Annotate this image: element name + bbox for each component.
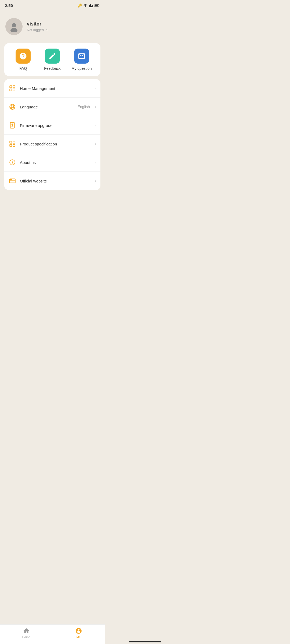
- firmware-upgrade-text: Firmware upgrade: [20, 123, 91, 128]
- quick-actions-card: FAQ Feedback My question: [4, 43, 100, 76]
- menu-item-firmware-upgrade[interactable]: Firmware upgrade ›: [4, 116, 100, 135]
- svg-point-9: [11, 104, 14, 109]
- my-question-icon: [78, 52, 86, 60]
- product-specification-text: Product specification: [20, 142, 91, 146]
- status-time: 2:50: [5, 3, 13, 8]
- svg-point-8: [10, 104, 15, 109]
- svg-rect-16: [10, 144, 12, 147]
- svg-point-3: [10, 28, 17, 32]
- key-icon: 🔑: [78, 3, 82, 8]
- language-value: English: [78, 105, 90, 109]
- svg-rect-6: [10, 89, 12, 91]
- svg-rect-1: [95, 5, 98, 6]
- firmware-upgrade-chevron: ›: [95, 123, 96, 128]
- menu-item-language[interactable]: Language English ›: [4, 98, 100, 116]
- official-website-chevron: ›: [95, 178, 96, 183]
- status-icons: 🔑: [78, 3, 100, 8]
- menu-item-official-website[interactable]: Official website ›: [4, 172, 100, 190]
- svg-rect-14: [10, 141, 12, 143]
- language-chevron: ›: [95, 104, 96, 109]
- feedback-label: Feedback: [44, 66, 60, 71]
- wifi-icon: [83, 3, 88, 8]
- svg-rect-5: [13, 86, 15, 88]
- svg-point-24: [11, 179, 12, 180]
- menu-item-home-management[interactable]: Home Management ›: [4, 79, 100, 98]
- menu-item-about-us[interactable]: About us ›: [4, 153, 100, 172]
- about-us-icon: [9, 159, 16, 166]
- profile-section: visitor Not logged in: [0, 10, 105, 43]
- signal-icon: [89, 3, 93, 8]
- home-management-text: Home Management: [20, 86, 91, 91]
- my-question-icon-bg: [74, 49, 89, 64]
- avatar: [5, 18, 23, 35]
- menu-card: Home Management › Language English › Fir: [4, 79, 100, 190]
- quick-action-faq[interactable]: FAQ: [9, 49, 38, 71]
- profile-username: visitor: [27, 21, 48, 27]
- faq-icon: [19, 52, 27, 60]
- feedback-icon: [48, 52, 56, 60]
- battery-icon: [95, 3, 100, 8]
- svg-point-2: [12, 23, 16, 27]
- home-management-icon: [9, 85, 16, 92]
- faq-icon-bg: [16, 49, 31, 64]
- menu-item-product-specification[interactable]: Product specification ›: [4, 135, 100, 153]
- svg-rect-15: [13, 141, 15, 143]
- official-website-icon: [9, 177, 16, 185]
- firmware-upgrade-icon: [9, 122, 16, 129]
- product-specification-chevron: ›: [95, 141, 96, 146]
- svg-rect-17: [13, 144, 15, 147]
- svg-point-23: [10, 179, 11, 180]
- status-bar: 2:50 🔑: [0, 0, 105, 10]
- my-question-label: My question: [71, 66, 92, 71]
- quick-action-feedback[interactable]: Feedback: [38, 49, 67, 71]
- profile-status: Not logged in: [27, 28, 48, 32]
- home-management-chevron: ›: [95, 86, 96, 91]
- feedback-icon-bg: [45, 49, 60, 64]
- profile-info: visitor Not logged in: [27, 21, 48, 32]
- language-icon: [9, 103, 16, 111]
- official-website-text: Official website: [20, 179, 91, 183]
- product-specification-icon: [9, 140, 16, 148]
- svg-rect-7: [13, 89, 15, 91]
- about-us-text: About us: [20, 160, 91, 165]
- language-text: Language: [20, 105, 74, 109]
- svg-rect-4: [10, 86, 12, 88]
- avatar-icon: [9, 21, 19, 32]
- faq-label: FAQ: [19, 66, 27, 71]
- quick-actions-row: FAQ Feedback My question: [9, 49, 96, 71]
- quick-action-my-question[interactable]: My question: [67, 49, 96, 71]
- about-us-chevron: ›: [95, 160, 96, 165]
